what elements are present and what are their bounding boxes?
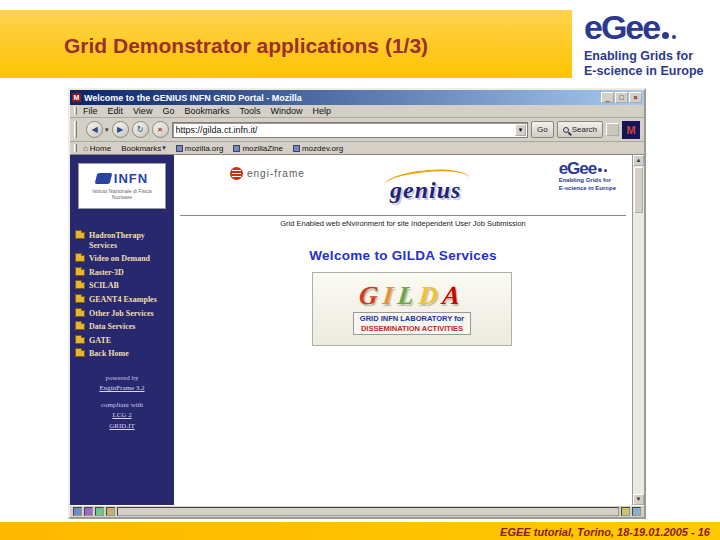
folder-icon [75, 282, 85, 289]
folder-icon [75, 232, 85, 239]
bookmark-home[interactable]: ⌂ Home [83, 144, 111, 153]
menu-edit[interactable]: Edit [108, 106, 124, 116]
scroll-up-button[interactable]: ▲ [633, 155, 644, 166]
genius-banner-text: Grid Enabled web eNvironment for site In… [180, 215, 626, 228]
welcome-heading: Welcome to GILDA Services [174, 248, 632, 263]
menu-file[interactable]: File [83, 106, 98, 116]
egee-tagline-line1: Enabling Grids for [584, 49, 714, 65]
back-dropdown-icon[interactable]: ▾ [105, 126, 109, 134]
bookmark-label: mozilla.org [185, 144, 224, 153]
url-input[interactable] [176, 124, 515, 136]
bookmark-mozdev[interactable]: mozdev.org [293, 144, 343, 153]
addressbook-component-icon[interactable] [106, 507, 115, 516]
stop-button[interactable]: × [152, 121, 169, 138]
navigator-component-icon[interactable] [73, 507, 82, 516]
egee-tagline: Enabling Grids for E-science in Europe [584, 49, 714, 80]
genius-logo: genius [390, 177, 461, 204]
gilda-caption-line1: GRID INFN LABORATORY for [360, 314, 464, 324]
composer-component-icon[interactable] [95, 507, 104, 516]
sidebar-item-gate[interactable]: GATE [75, 336, 169, 346]
url-box: ▼ [172, 122, 528, 138]
forward-button[interactable]: ▶ [112, 121, 129, 138]
menu-window[interactable]: Window [270, 106, 302, 116]
gilda-caption: GRID INFN LABORATORY for DISSEMINATION A… [353, 312, 471, 336]
go-button[interactable]: Go [531, 121, 554, 138]
enginframe-logo: engi-frame [230, 167, 305, 180]
minimize-button[interactable]: _ [601, 92, 614, 103]
search-button[interactable]: Search [557, 121, 603, 138]
bookmark-icon [176, 145, 183, 152]
personal-toolbar: ⌂ Home Bookmarks ▾ mozilla.org mozillaZi… [70, 142, 644, 155]
menu-bar: File Edit View Go Bookmarks Tools Window… [70, 105, 644, 118]
enginframe-logo-text: engi-frame [247, 168, 305, 179]
browser-titlebar: M Welcome to the GENIUS INFN GRID Portal… [70, 90, 644, 105]
sidebar-item-back-home[interactable]: Back Home [75, 349, 169, 359]
browser-window: M Welcome to the GENIUS INFN GRID Portal… [68, 88, 646, 519]
egee-logo: eGee Enabling Grids for E-science in Eur… [584, 12, 714, 80]
bookmark-icon [233, 145, 240, 152]
sidebar-item-hadrontherapy[interactable]: HadronTherapy Services [75, 231, 169, 250]
egee-wordmark-text: eGee [584, 12, 659, 43]
infn-logo-text: INFN [114, 171, 148, 186]
compliant-label: compliant with [70, 400, 174, 411]
sidebar-item-raster3d[interactable]: Raster-3D [75, 268, 169, 278]
scroll-down-button[interactable]: ▼ [633, 494, 644, 505]
maximize-button[interactable]: □ [615, 92, 628, 103]
bookmark-mozillazine[interactable]: mozillaZine [233, 144, 282, 153]
sidebar-menu: HadronTherapy Services Video on Demand R… [70, 231, 174, 359]
egee-tagline-line2: E-science in Europe [584, 64, 714, 80]
folder-icon [75, 310, 85, 317]
enginframe-link[interactable]: EnginFrame 3.2 [70, 383, 174, 394]
menu-go[interactable]: Go [162, 106, 174, 116]
back-button[interactable]: ◀ [86, 121, 103, 138]
folder-icon [75, 269, 85, 276]
gridit-link[interactable]: GRID.IT [70, 421, 174, 432]
scrollbar-thumb[interactable] [634, 167, 643, 213]
menu-tools[interactable]: Tools [239, 106, 260, 116]
enginframe-logo-icon [230, 167, 243, 180]
print-icon[interactable] [606, 123, 619, 136]
sidebar-item-data-services[interactable]: Data Services [75, 322, 169, 332]
egee-dot-icon [604, 169, 607, 172]
reload-button[interactable]: ↻ [132, 121, 149, 138]
security-lock-icon[interactable] [621, 507, 630, 516]
toolbar-grip[interactable] [74, 121, 77, 137]
egee-dot-icon [598, 168, 602, 172]
gilda-caption-line2: DISSEMINATION ACTIVITIES [360, 324, 464, 334]
egee-wordmark: eGee [584, 12, 714, 43]
close-button[interactable]: × [629, 92, 642, 103]
page-content: INFN Istituto Nazionale di Fisica Nuclea… [70, 155, 644, 505]
toolbar-grip[interactable] [74, 107, 77, 115]
sidebar-item-geant4[interactable]: GEANT4 Examples [75, 295, 169, 305]
mozilla-app-icon: M [72, 93, 81, 102]
online-status-icon[interactable] [632, 507, 641, 516]
gilda-wordmark: GILDA [358, 283, 467, 309]
infn-logo: INFN Istituto Nazionale di Fisica Nuclea… [78, 163, 166, 209]
chevron-down-icon: ▾ [162, 144, 166, 152]
menu-bookmarks[interactable]: Bookmarks [184, 106, 229, 116]
bookmark-label: mozdev.org [302, 144, 343, 153]
sidebar-item-video-on-demand[interactable]: Video on Demand [75, 254, 169, 264]
infn-logo-subtext: Istituto Nazionale di Fisica Nucleare [85, 189, 158, 201]
lcg2-link[interactable]: LCG 2 [70, 410, 174, 421]
bookmark-label: mozillaZine [242, 144, 282, 153]
slide-title: Grid Demonstrator applications (1/3) [64, 34, 572, 58]
status-bar [70, 505, 644, 517]
sidebar-item-scilab[interactable]: SCILAB [75, 281, 169, 291]
egee-tagline-small: Enabling Grids for E-science in Europe [559, 177, 616, 192]
egee-logo-small: eGee Enabling Grids for E-science in Eur… [559, 161, 616, 192]
toolbar-grip[interactable] [74, 144, 77, 152]
folder-icon [75, 255, 85, 262]
mail-component-icon[interactable] [84, 507, 93, 516]
egee-dot-icon [662, 32, 669, 39]
infn-logo-mark-icon [94, 173, 112, 184]
menu-help[interactable]: Help [312, 106, 331, 116]
menu-view[interactable]: View [133, 106, 152, 116]
bookmarks-menu[interactable]: Bookmarks ▾ [121, 144, 166, 153]
sidebar-item-other-job-services[interactable]: Other Job Services [75, 309, 169, 319]
url-dropdown-icon[interactable]: ▼ [515, 124, 526, 136]
mozilla-throbber-icon[interactable]: M [622, 121, 640, 139]
egee-dot-icon [672, 35, 676, 39]
status-text-field [117, 507, 619, 516]
bookmark-mozilla-org[interactable]: mozilla.org [176, 144, 224, 153]
